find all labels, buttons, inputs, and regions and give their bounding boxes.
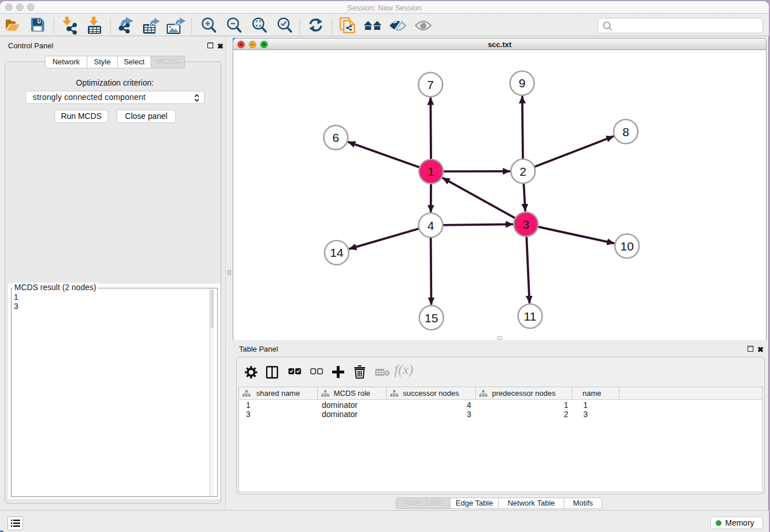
svg-text:3: 3 [522,218,529,231]
svg-text:14: 14 [330,246,344,259]
svg-text:6: 6 [332,131,339,144]
svg-text:2: 2 [519,165,526,178]
svg-text:11: 11 [524,310,537,323]
svg-text:1: 1 [428,165,434,178]
svg-text:7: 7 [427,78,434,91]
svg-text:4: 4 [428,219,434,232]
svg-text:10: 10 [621,240,634,253]
svg-text:8: 8 [622,125,629,138]
svg-text:9: 9 [519,76,526,90]
svg-text:15: 15 [425,311,438,325]
